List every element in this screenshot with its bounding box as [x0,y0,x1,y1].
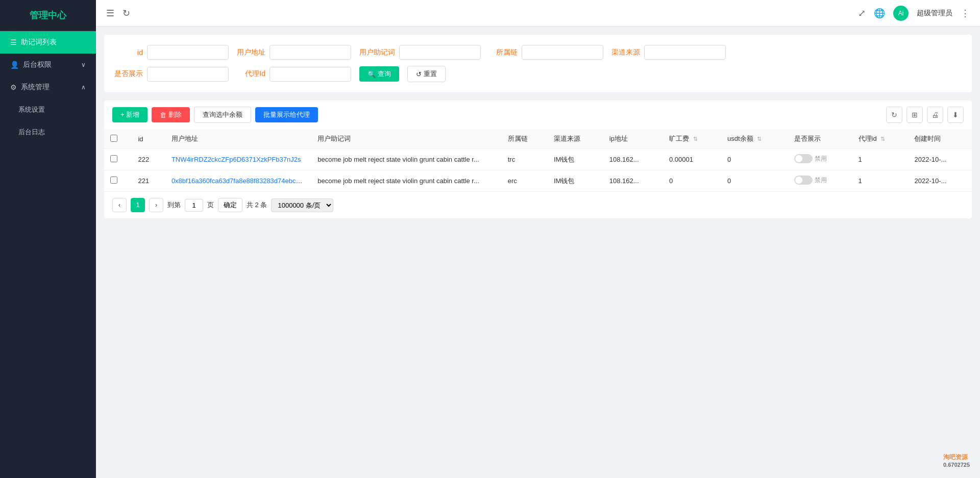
reset-button[interactable]: ↺ 重置 [407,66,446,82]
fullscreen-icon[interactable]: ⤢ [858,8,866,19]
toggle-switch[interactable] [794,175,813,185]
filter-user-mnemonic-input[interactable] [399,45,481,60]
sort-icon-3[interactable]: ⇅ [880,136,885,142]
table-row: 222 TNW4irRDZ2ckcZFp6D6371XzkPFb37nJ2s b… [104,149,972,170]
row-select-checkbox[interactable] [110,155,117,162]
row-channel-source: IM钱包 [548,149,603,170]
filter-proxy-id: 代理Id [237,67,351,82]
row-usdt-balance: 0 [721,170,788,192]
header-is-display: 是否展示 [788,129,852,149]
refresh-icon[interactable]: ↻ [122,8,130,19]
filter-row-1: id 用户地址 用户助记词 所属链 渠道来源 [114,45,962,60]
sort-icon[interactable]: ⇅ [693,136,698,142]
filter-row-2: 是否展示 代理Id 🔍 查询 ↺ 重置 [114,66,962,82]
filter-id: id [114,45,229,60]
delete-button[interactable]: 🗑 删除 [152,107,190,122]
query-button[interactable]: 🔍 查询 [359,66,399,82]
add-button[interactable]: + 新增 [112,107,148,122]
sidebar-item-system-management[interactable]: ⚙ 系统管理 ∧ [0,76,96,98]
add-label: + 新增 [120,110,139,119]
sidebar-logo: 管理中心 [0,0,96,31]
chevron-up-icon: ∧ [81,84,86,91]
row-id: 222 [132,149,165,170]
more-icon[interactable]: ⋮ [961,8,970,19]
filter-user-mnemonic: 用户助记词 [359,45,481,60]
reset-label: 重置 [424,69,437,79]
sidebar-item-mnemonic-list[interactable]: ☰ 助记词列表 [0,31,96,54]
watermark-site: 淘吧资源 [943,453,970,462]
display-toggle[interactable]: 禁用 [794,175,827,185]
page-1-button[interactable]: 1 [131,198,145,212]
page-confirm-button[interactable]: 确定 [218,198,242,212]
goto-label: 到第 [167,200,181,210]
row-mining-fee: 0.00001 [663,149,721,170]
header-channel-source: 渠道来源 [548,129,603,149]
delete-label: 删除 [168,110,182,119]
table-header: id 用户地址 用户助记词 所属链 渠道来源 ip地址 旷工费 ⇅ usdt余额… [104,129,972,149]
header-created-time: 创建时间 [908,129,972,149]
chevron-down-icon: ∨ [81,61,86,68]
user-address-link[interactable]: TNW4irRDZ2ckcZFp6D6371XzkPFb37nJ2s [172,156,301,163]
watermark: 淘吧资源 0.6702725 [943,453,970,468]
export-button[interactable]: ⬇ [947,107,964,123]
total-text: 共 2 条 [247,200,267,210]
row-select-checkbox[interactable] [110,177,117,184]
menu-icon[interactable]: ☰ [106,8,114,19]
header: ☰ ↻ ⤢ 🌐 Ai 超级管理员 ⋮ [96,0,980,27]
row-created-time: 2022-10-... [908,170,972,192]
sidebar-item-system-settings[interactable]: 系统设置 [0,98,96,121]
prev-page-button[interactable]: ‹ [112,198,127,212]
per-page-select[interactable]: 1000000 条/页 100000 条/页 500000 条/页 [271,198,333,212]
row-mining-fee: 0 [663,170,721,192]
row-chain: trc [502,149,548,170]
row-user-mnemonic: become job melt reject state violin grun… [311,170,501,192]
avatar-text: Ai [898,10,904,17]
delete-icon: 🗑 [160,111,166,119]
header-user-mnemonic: 用户助记词 [311,129,501,149]
query-balance-button[interactable]: 查询选中余额 [194,107,251,123]
filter-is-display-input[interactable] [147,67,229,82]
table-body: 222 TNW4irRDZ2ckcZFp6D6371XzkPFb37nJ2s b… [104,149,972,192]
table-row: 221 0x8bf16a360fca63d7fa8e88f83283d74ebc… [104,170,972,192]
filter-user-address-input[interactable] [270,45,351,60]
batch-show-button[interactable]: 批量展示给代理 [255,107,318,122]
row-created-time: 2022-10-... [908,149,972,170]
display-toggle[interactable]: 禁用 [794,154,827,163]
table-card: + 新增 🗑 删除 查询选中余额 批量展示给代理 ↻ ⊞ 🖨 ⬇ [104,100,972,218]
filter-proxy-id-label: 代理Id [237,69,265,79]
filter-id-input[interactable] [147,45,229,60]
sidebar-item-label: 助记词列表 [21,38,57,47]
header-ip: ip地址 [603,129,663,149]
main-content: ☰ ↻ ⤢ 🌐 Ai 超级管理员 ⋮ id 用户地址 [96,0,980,478]
sidebar-item-backend-log[interactable]: 后台日志 [0,121,96,143]
sidebar-item-backend-permissions[interactable]: 👤 后台权限 ∨ [0,54,96,76]
row-usdt-balance: 0 [721,149,788,170]
print-button[interactable]: 🖨 [927,107,943,123]
row-ip: 108.162... [603,149,663,170]
toggle-label: 禁用 [815,176,827,185]
row-user-address: TNW4irRDZ2ckcZFp6D6371XzkPFb37nJ2s [165,149,311,170]
filter-id-label: id [114,48,143,57]
refresh-table-button[interactable]: ↻ [886,107,902,123]
content: id 用户地址 用户助记词 所属链 渠道来源 [96,27,980,478]
row-channel-source: IM钱包 [548,170,603,192]
header-left: ☰ ↻ [106,8,850,19]
filter-channel-source-input[interactable] [644,45,726,60]
header-mining-fee: 旷工费 ⇅ [663,129,721,149]
select-all-checkbox[interactable] [110,135,117,142]
query-balance-label: 查询选中余额 [203,110,242,119]
page-goto-input[interactable] [185,199,203,212]
toggle-switch[interactable] [794,154,813,163]
column-settings-button[interactable]: ⊞ [906,107,923,123]
sort-icon-2[interactable]: ⇅ [757,136,762,142]
filter-proxy-id-input[interactable] [270,67,351,82]
avatar: Ai [893,6,909,21]
header-user-address: 用户地址 [165,129,311,149]
row-proxy-id: 1 [852,170,909,192]
filter-chain-input[interactable] [522,45,603,60]
next-page-button[interactable]: › [149,198,163,212]
user-address-link[interactable]: 0x8bf16a360fca63d7fa8e88f83283d74ebc44af… [172,177,311,185]
globe-icon[interactable]: 🌐 [874,8,885,19]
row-user-address: 0x8bf16a360fca63d7fa8e88f83283d74ebc44af… [165,170,311,192]
search-icon: 🔍 [368,70,376,78]
